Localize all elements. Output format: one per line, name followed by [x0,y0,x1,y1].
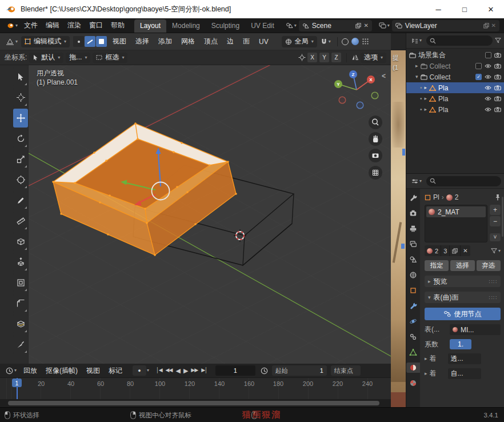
row-collection-1[interactable]: ▸ Collect [406,61,504,71]
material-slot-list[interactable]: 2_MAT [425,205,487,242]
tool-rotate[interactable] [13,129,28,148]
edge-select-button[interactable] [85,36,95,47]
material-name-field[interactable]: 2 [425,245,441,256]
new-viewlayer-icon[interactable] [483,23,489,29]
tab-physics[interactable] [406,316,420,327]
tab-texture[interactable] [406,378,420,388]
disclosure-icon[interactable]: ▸ [425,356,427,361]
menu-view[interactable]: 视图 [109,37,130,46]
menu-edge[interactable]: 边 [223,37,238,46]
outliner-search[interactable] [426,35,493,46]
tool-bevel[interactable] [13,294,28,313]
assign-button[interactable]: 指定 [425,260,449,271]
hide-eye-icon[interactable] [485,96,491,101]
tab-material[interactable] [406,363,420,373]
timeline-ruler[interactable]: 20 40 60 80 100 120 140 160 180 200 220 … [0,378,391,399]
tab-constraints[interactable] [406,332,420,342]
blender-menu-button[interactable]: ▾ [3,22,20,29]
surface-panel-header[interactable]: ▾ 表(曲)面 ∷∷ [425,292,501,303]
exclude-checkbox[interactable] [485,52,491,58]
preview-panel-header[interactable]: ▸ 预览 ∷∷ [425,276,501,287]
sidebar-collapse-arrow[interactable]: < [382,72,386,80]
camera-icon[interactable] [494,53,501,58]
frame-end-field[interactable]: 结束点 [331,365,361,376]
hide-eye-icon[interactable] [485,74,491,79]
tool-move[interactable] [13,109,28,128]
row-collection-2[interactable]: ▾ Collect ✓ [406,71,504,82]
tool-annotate[interactable] [13,191,28,210]
shader-dropdown[interactable]: MI... [450,324,501,335]
breadcrumb-data[interactable]: 2 [455,193,459,201]
disclosure-icon[interactable]: ▸ [425,96,427,101]
viewlayer-selector[interactable]: ViewLayer ✕ [392,20,499,31]
menu-face[interactable]: 面 [239,37,254,46]
prev-keyframe-button[interactable]: ◀◀ [164,367,174,375]
camera-icon[interactable] [494,107,501,112]
remove-slot-button[interactable]: − [490,216,501,226]
properties-scrollbar[interactable] [502,197,503,237]
material-slot-item[interactable]: 2_MAT [426,206,486,217]
menu-mesh[interactable]: 网格 [177,37,199,46]
disclosure-icon[interactable]: ▸ [425,107,427,112]
shader1-dropdown[interactable]: 透... [448,353,481,364]
viewlayer-browse-button[interactable]: ▾ [377,22,392,29]
hide-eye-icon[interactable] [485,107,491,112]
vertex-select-button[interactable] [73,36,84,47]
slot-specials-button[interactable]: ˅ [490,233,501,241]
hide-eye-icon[interactable] [485,63,491,69]
deselect-button[interactable]: 弃选 [477,260,501,271]
disclosure-icon[interactable]: ▸ [425,85,427,90]
select-button[interactable]: 选择 [450,260,474,271]
camera-icon[interactable] [494,96,501,101]
tab-layout[interactable]: Layout [134,19,166,33]
axis-x-button[interactable]: X [307,53,317,62]
tool-cursor[interactable] [13,88,28,107]
orientation-selector[interactable]: 全局 ▾ [282,36,317,47]
camera-icon[interactable] [494,85,501,90]
drag-grip-icon[interactable]: ∷∷ [489,278,497,285]
options-menu[interactable]: 选项 ▾ [361,53,386,63]
filter-icon[interactable] [495,38,501,43]
tool-extrude[interactable] [13,253,28,272]
menu-keying[interactable]: 抠像(插帧) [42,366,82,376]
use-nodes-button[interactable]: 使用节点 [425,308,501,320]
add-slot-button[interactable]: + [490,205,501,215]
menu-playback[interactable]: 回放 [19,366,41,376]
next-keyframe-button[interactable]: ▶▶ [189,367,199,375]
scene-browse-button[interactable]: ▾ [283,22,299,29]
use-preview-range-icon[interactable] [261,367,268,375]
minimize-button[interactable]: ─ [425,0,451,18]
collapsed-image-editor[interactable]: 提 (1 [391,33,406,407]
tool-add-cube[interactable] [13,232,28,251]
snap-toggle[interactable]: ▾ [318,38,333,45]
transform-pivot-icon[interactable] [298,54,306,61]
disclosure-icon[interactable]: ▸ [415,63,418,69]
frame-start-field[interactable]: 起始 1 [272,365,327,376]
play-reverse-button[interactable]: ◀ [174,367,181,375]
row-object-plane-2[interactable]: • ▸ Pla [406,93,504,104]
pivot-selector[interactable]: 默认 ▾ [29,53,63,63]
active-tool-selector[interactable]: 框选 ▾ [93,53,127,63]
tool-transform[interactable] [13,170,28,189]
new-scene-icon[interactable] [355,23,361,29]
row-scene-collection[interactable]: 场景集合 [406,50,504,61]
menu-uv[interactable]: UV [255,38,273,46]
tab-output[interactable] [406,224,420,234]
row-object-plane-3[interactable]: • ▸ Pla [406,104,504,115]
proportional-edit-icon[interactable] [342,38,349,45]
hide-eye-icon[interactable] [485,85,491,90]
auto-key-button[interactable]: ● [133,365,146,376]
snap-sphere-icon[interactable] [351,38,359,45]
tool-knife[interactable] [13,335,28,354]
remove-viewlayer-icon[interactable]: ✕ [491,22,496,29]
exclude-checkbox[interactable] [475,63,482,69]
tool-measure[interactable] [13,212,28,230]
unlink-material-button[interactable]: ✕ [460,245,470,256]
menu-view[interactable]: 视图 [82,366,104,376]
disclosure-icon[interactable]: ▸ [425,371,427,376]
tab-render[interactable] [406,208,420,218]
row-object-plane-active[interactable]: • ▸ Pla [406,82,504,93]
tab-object[interactable] [406,285,420,296]
maximize-button[interactable]: □ [451,0,478,18]
face-select-button[interactable] [96,36,107,47]
